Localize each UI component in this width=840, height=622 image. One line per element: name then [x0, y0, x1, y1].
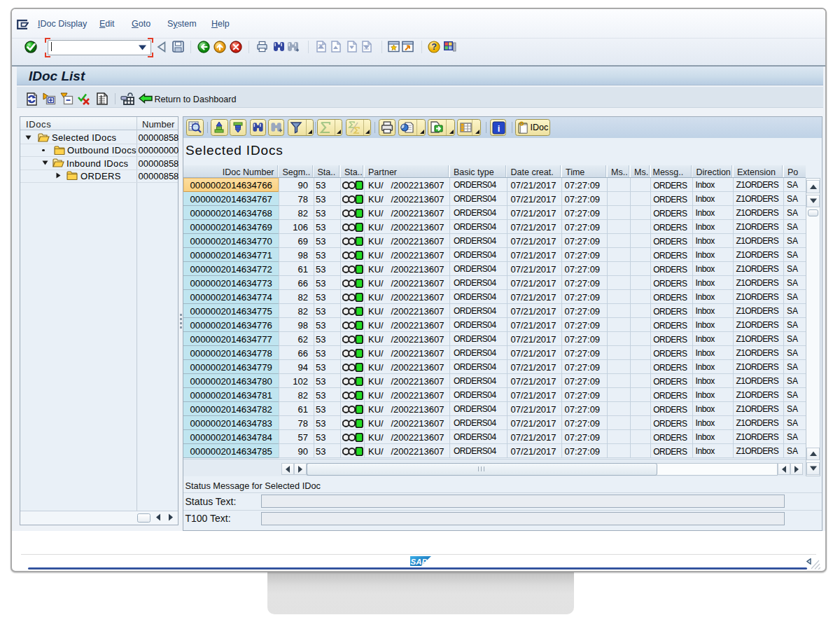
svg-text:i: i [498, 123, 500, 134]
svg-text:SAP: SAP [411, 558, 428, 566]
svg-text:?: ? [431, 42, 437, 52]
